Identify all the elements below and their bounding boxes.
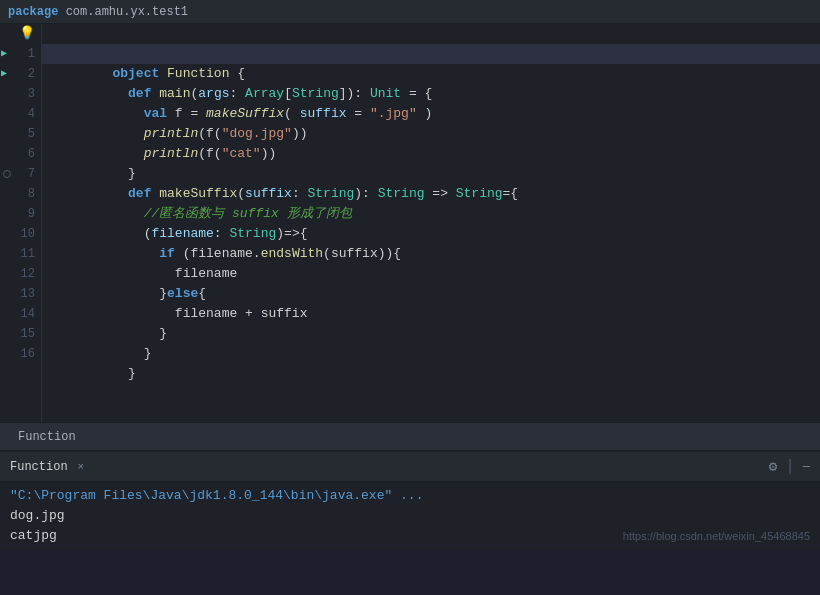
gutter-line-6: 6 bbox=[0, 144, 35, 164]
gutter-line-2: ▶ 2 bbox=[0, 64, 35, 84]
gutter-line-4: 4 bbox=[0, 104, 35, 124]
run-tab-close-button[interactable]: × bbox=[78, 461, 85, 473]
code-lines: object Function { def main(args: Array[S… bbox=[42, 24, 820, 422]
gutter-line-7: 7 bbox=[0, 164, 35, 184]
circle-icon-7 bbox=[3, 170, 11, 178]
editor-area: package com.amhu.yx.test1 💡 ▶ 1 ▶ 2 3 4 bbox=[0, 0, 820, 450]
gutter-line-16: 16 bbox=[0, 344, 35, 364]
editor-bottom-tab-label: Function bbox=[18, 430, 76, 444]
run-panel-wrapper: Function × ⚙ | — "C:\Program Files\Java\… bbox=[0, 450, 820, 550]
gutter-line-15: 15 bbox=[0, 324, 35, 344]
code-line-11: filename bbox=[42, 244, 820, 264]
package-text: package com.amhu.yx.test1 bbox=[8, 5, 188, 19]
gutter-line-5: 5 bbox=[0, 124, 35, 144]
gutter-line-12: 12 bbox=[0, 264, 35, 284]
code-line-16: } bbox=[42, 344, 820, 364]
run-tab: Function × bbox=[10, 460, 84, 474]
code-line-13: filename + suffix bbox=[42, 284, 820, 304]
code-line-1: object Function { bbox=[42, 44, 820, 64]
code-line-15: } bbox=[42, 324, 820, 344]
vertical-divider: | bbox=[785, 458, 795, 476]
code-line-2: def main(args: Array[String]): Unit = { bbox=[42, 64, 820, 84]
run-panel-header: Function × ⚙ | — bbox=[0, 452, 820, 482]
gear-icon[interactable]: ⚙ bbox=[769, 458, 777, 475]
code-line-12: }else{ bbox=[42, 264, 820, 284]
arrow-icon-2: ▶ bbox=[1, 64, 11, 84]
minus-icon[interactable]: — bbox=[803, 460, 810, 474]
gutter-line-8: 8 bbox=[0, 184, 35, 204]
watermark-text: https://blog.csdn.net/weixin_45468845 bbox=[623, 530, 810, 542]
code-line-5: println(f("cat")) bbox=[42, 124, 820, 144]
breadcrumb-bar: package com.amhu.yx.test1 bbox=[0, 0, 820, 24]
code-line-8: //匿名函数与 suffix 形成了闭包 bbox=[42, 184, 820, 204]
arrow-icon-1: ▶ bbox=[1, 44, 11, 64]
run-panel-tools: ⚙ | — bbox=[769, 458, 810, 476]
code-line-10: if (filename.endsWith(suffix)){ bbox=[42, 224, 820, 244]
code-line-14: } bbox=[42, 304, 820, 324]
gutter-line-3: 3 bbox=[0, 84, 35, 104]
run-output-line-2: dog.jpg bbox=[10, 506, 810, 526]
gutter-line-bulb: 💡 bbox=[0, 24, 35, 44]
code-line-bulb bbox=[42, 24, 820, 44]
editor-bottom-tab[interactable]: Function bbox=[10, 423, 84, 451]
code-container: 💡 ▶ 1 ▶ 2 3 4 5 6 7 8 9 10 bbox=[0, 24, 820, 422]
gutter-line-10: 10 bbox=[0, 224, 35, 244]
run-output-line-1: "C:\Program Files\Java\jdk1.8.0_144\bin\… bbox=[10, 486, 810, 506]
code-line-4: println(f("dog.jpg")) bbox=[42, 104, 820, 124]
bulb-icon: 💡 bbox=[19, 24, 35, 44]
code-line-3: val f = makeSuffix( suffix = ".jpg" ) bbox=[42, 84, 820, 104]
gutter-line-9: 9 bbox=[0, 204, 35, 224]
code-line-9: (filename: String)=>{ bbox=[42, 204, 820, 224]
code-line-7: def makeSuffix(suffix: String): String =… bbox=[42, 164, 820, 184]
gutter-line-13: 13 bbox=[0, 284, 35, 304]
editor-tab-bar: Function bbox=[0, 422, 820, 450]
gutter-line-1: ▶ 1 bbox=[0, 44, 35, 64]
run-tab-name: Function bbox=[10, 460, 68, 474]
code-line-6: } bbox=[42, 144, 820, 164]
gutter-line-11: 11 bbox=[0, 244, 35, 264]
run-panel: Function × ⚙ | — "C:\Program Files\Java\… bbox=[0, 450, 820, 550]
line-number-gutter: 💡 ▶ 1 ▶ 2 3 4 5 6 7 8 9 10 bbox=[0, 24, 42, 422]
gutter-line-14: 14 bbox=[0, 304, 35, 324]
